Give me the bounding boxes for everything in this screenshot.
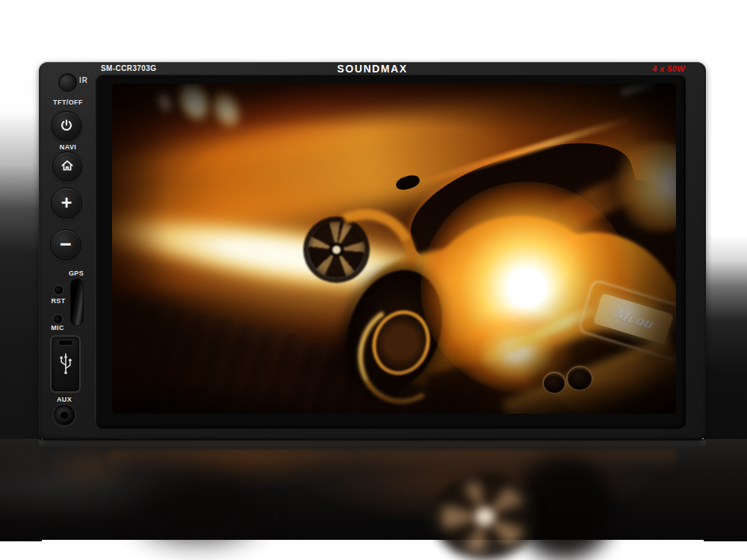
usb-port[interactable]: [50, 335, 81, 393]
screen-bezel: Mcou: [95, 74, 686, 429]
aux-label: AUX: [46, 396, 83, 403]
power-icon: [60, 119, 73, 134]
mic-label: MIC: [41, 324, 74, 332]
reflection-device-edge: [39, 441, 706, 449]
microphone-hole: [54, 315, 62, 323]
power-button[interactable]: [52, 111, 81, 141]
navi-home-button[interactable]: [52, 152, 82, 181]
rst-label: RST: [41, 297, 75, 305]
head-unit: SM-CCR3703G SOUNDMAX 4 x 50W IR TFT/OFF …: [39, 62, 706, 441]
volume-down-button[interactable]: −: [50, 229, 81, 261]
power-rating: 4 x 50W: [652, 64, 685, 73]
ir-icon: IR: [79, 76, 88, 84]
vignette: [112, 84, 676, 414]
minus-icon: −: [60, 234, 72, 256]
usb-slot: [59, 340, 72, 345]
aux-jack[interactable]: [54, 405, 75, 426]
ir-sensor: [59, 74, 76, 91]
product-photo: SM-CCR3703G SOUNDMAX 4 x 50W IR TFT/OFF …: [0, 0, 747, 560]
gps-label: GPS: [55, 270, 97, 277]
reflection-glow: [45, 445, 134, 490]
volume-up-button[interactable]: +: [51, 187, 82, 219]
home-icon: [60, 158, 75, 175]
usb-icon: [58, 349, 73, 379]
plus-icon: +: [61, 193, 72, 214]
reflection-smudge: [134, 478, 261, 541]
reflection-wheel-hub: [475, 508, 495, 526]
navi-label: NAVI: [47, 143, 89, 151]
tft-off-label: TFT/OFF: [45, 99, 91, 106]
reset-pinhole[interactable]: [55, 286, 63, 294]
aux-jack-hole: [61, 411, 68, 419]
brand-logo: SOUNDMAX: [39, 63, 706, 75]
touchscreen[interactable]: Mcou: [112, 84, 676, 414]
